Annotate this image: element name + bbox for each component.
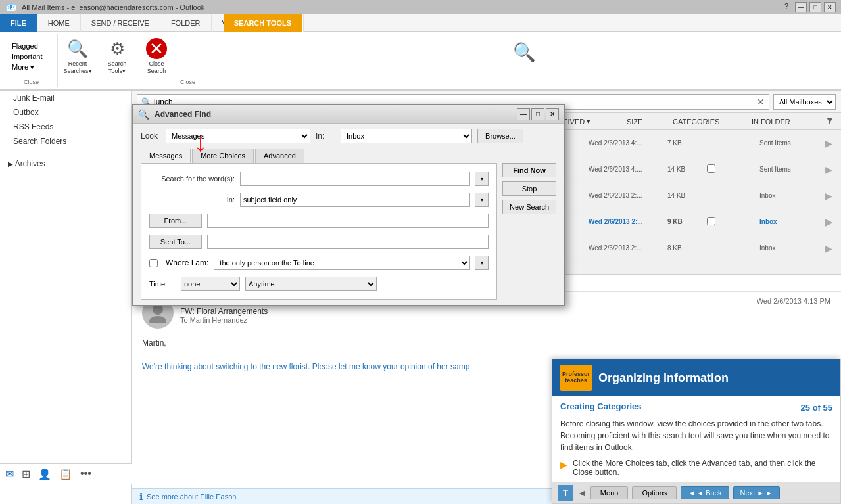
prof-back-icon: ◄ [577,488,587,498]
in-field-row: In: subject field only ▾ [149,193,489,207]
sent-to-row: Sent To... [149,235,489,249]
bottom-nav-icons: ✉ ⊞ 👤 📋 ••• [0,463,132,484]
sent-to-btn[interactable]: Sent To... [149,235,202,249]
time-type-select[interactable]: none [181,277,240,291]
more-nav-icon[interactable]: ••• [80,468,91,480]
tab-home[interactable]: HOME [37,14,81,32]
maximize-btn[interactable]: □ [809,2,821,12]
recent-searches-btn[interactable]: 🔍 RecentSearches▾ [58,34,97,79]
minimize-btn[interactable]: — [795,2,807,12]
search-scope-select[interactable]: All Mailboxes [773,94,836,110]
col-folder-header[interactable]: IN FOLDER [746,113,825,129]
from-btn[interactable]: From... [149,214,202,228]
tab-advanced[interactable]: Advanced [255,149,304,163]
email-size: 14 KB [667,192,707,199]
search-tools-label: SearchTools▾ [108,60,127,75]
prof-t-icon: T [558,485,573,501]
tab-folder[interactable]: FOLDER [160,14,212,32]
prof-title: Organizing Information [598,371,729,385]
close-btn[interactable]: ✕ [824,2,836,12]
email-date: Wed 2/6/2013 2:... [589,244,667,252]
col-categories-header[interactable]: CATEGORIES [667,113,746,129]
in-field-label: In: [149,196,235,204]
info-icon: ℹ [139,492,143,502]
flagged-option[interactable]: Flagged [12,41,51,51]
recent-searches-icon: 🔍 [67,38,88,59]
next-btn[interactable]: Next ► ► [733,486,780,499]
title-bar: 📧 All Mail Items - e_eason@haciendaresor… [0,0,841,14]
email-date: Wed 2/6/2013 2:... [589,192,667,199]
prof-bullet: ▶ Click the More Choices tab, click the … [560,459,832,477]
email-size: 8 KB [667,244,707,252]
tab-send-receive[interactable]: SEND / RECEIVE [81,14,160,32]
from-input[interactable] [207,214,489,228]
time-value-select[interactable]: Anytime [245,277,377,291]
col-filter-icon[interactable] [825,116,841,127]
options-btn[interactable]: Options [632,486,677,499]
dialog-close-btn[interactable]: ✕ [546,108,559,120]
mail-icon[interactable]: ✉ [5,468,14,480]
time-label: Time: [149,280,176,288]
look-label: Look [141,131,160,141]
where-checkbox[interactable] [149,259,158,267]
email-size: 7 KB [667,139,707,147]
search-words-input[interactable] [240,172,470,186]
sidebar-item-archives[interactable]: ▶ Archives [0,156,131,171]
close-search-btn[interactable]: ✕ CloseSearch [137,34,176,79]
col-size-header[interactable]: SIZE [621,113,667,129]
close-search-icon: ✕ [146,38,167,59]
browse-btn[interactable]: Browse... [477,129,523,143]
svg-marker-0 [827,118,833,124]
search-clear-btn[interactable]: ✕ [757,97,765,107]
in-field-select[interactable]: subject field only [240,193,470,207]
dialog-action-btns: Find Now Stop New Search [497,163,556,300]
tab-messages[interactable]: Messages [141,149,191,163]
dialog-title-btns: — □ ✕ [517,108,559,120]
ribbon: SEARCH TOOLS FILE HOME SEND / RECEIVE FO… [0,14,841,91]
dialog-titlebar: 🔍 Advanced Find — □ ✕ [133,105,564,124]
sidebar-item-search-folders[interactable]: Search Folders [0,134,131,149]
prof-logo: Professor teaches [560,365,592,391]
stop-btn[interactable]: Stop [502,181,556,196]
sidebar-item-rss[interactable]: RSS Feeds [0,120,131,134]
where-dropdown[interactable]: ▾ [475,256,489,270]
email-flag: ▶ [825,164,838,175]
new-search-btn[interactable]: New Search [502,200,556,214]
more-option[interactable]: More ▾ [12,62,51,72]
menu-btn[interactable]: Menu [590,486,629,499]
prof-subtitle: Creating Categories [560,401,642,411]
dialog-minimize-btn[interactable]: — [517,108,530,120]
look-select[interactable]: Messages [166,129,310,143]
email-size: 9 KB [667,218,707,225]
email-date: Wed 2/6/2013 2:... [589,218,667,225]
help-btn[interactable]: ? [781,2,792,12]
where-row: Where I am: the only person on the To li… [149,256,489,270]
find-now-btn[interactable]: Find Now [502,163,556,177]
calendar-icon[interactable]: ⊞ [22,468,30,480]
sent-to-input[interactable] [207,235,489,249]
where-select[interactable]: the only person on the To line [214,256,470,270]
close-group-label: Close [176,34,199,87]
search-magnifier: 🔍 [513,41,536,63]
email-flag: ▶ [825,138,838,149]
important-option[interactable]: Important [12,52,51,61]
contacts-icon[interactable]: 👤 [38,468,51,480]
tab-file[interactable]: FILE [0,14,37,32]
in-field-dropdown[interactable]: ▾ [475,193,489,207]
sidebar-item-outbox[interactable]: Outbox [0,105,131,120]
back-btn[interactable]: ◄ ◄ Back [681,486,729,499]
email-size: 14 KB [667,166,707,173]
search-words-dropdown[interactable]: ▾ [475,172,489,186]
search-tools-btn[interactable]: ⚙ SearchTools▾ [97,34,137,79]
dialog-maximize-btn[interactable]: □ [531,108,544,120]
prof-footer: T ◄ Menu Options ◄ ◄ Back Next ► ► [552,482,840,503]
email-folder: Inbox [759,244,825,252]
svg-point-2 [149,316,166,323]
tasks-icon[interactable]: 📋 [59,468,72,480]
in-select[interactable]: Inbox [341,129,472,143]
sidebar-item-junk[interactable]: Junk E-mail [0,91,131,105]
dialog-inner: Search for the word(s): ▾ In: subject fi… [141,163,556,300]
sidebar: Junk E-mail Outbox RSS Feeds Search Fold… [0,91,132,504]
dialog-tab-content: Search for the word(s): ▾ In: subject fi… [141,163,497,300]
info-text[interactable]: See more about Ellie Eason. [147,493,238,501]
